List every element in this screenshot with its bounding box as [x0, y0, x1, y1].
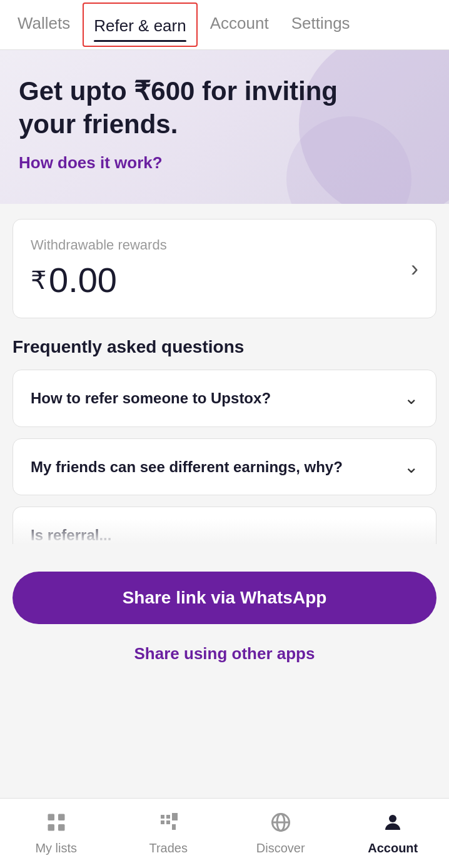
svg-rect-3 [58, 824, 65, 831]
bottom-nav-account[interactable]: Account [337, 799, 450, 868]
svg-rect-1 [58, 814, 65, 821]
bottom-nav-discover-label: Discover [256, 841, 305, 855]
nav-item-settings[interactable]: Settings [280, 0, 361, 49]
rewards-info: Withdrawable rewards ₹ 0.00 [31, 237, 167, 300]
faq-question-1: My friends can see different earnings, w… [31, 457, 404, 478]
nav-item-refer-earn[interactable]: Refer & earn [83, 3, 197, 47]
faq-question-0: How to refer someone to Upstox? [31, 388, 404, 409]
bottom-nav-my-lists-label: My lists [35, 841, 77, 855]
bottom-nav-trades-label: Trades [149, 841, 188, 855]
how-does-it-work-link[interactable]: How does it work? [19, 153, 163, 173]
faq-chevron-0-icon: ⌄ [404, 388, 418, 408]
faq-item-2-partial[interactable]: Is referral... [13, 507, 436, 544]
bottom-nav-my-lists[interactable]: My lists [0, 799, 113, 868]
faq-section-title: Frequently asked questions [13, 337, 436, 357]
currency-symbol: ₹ [31, 266, 46, 295]
hero-title: Get upto ₹600 for inviting your friends. [19, 75, 381, 141]
rewards-amount: ₹ 0.00 [31, 260, 167, 300]
bottom-actions: Share link via WhatsApp Share using othe… [0, 559, 449, 684]
nav-item-wallets[interactable]: Wallets [6, 0, 81, 49]
svg-rect-2 [48, 824, 54, 831]
bottom-navigation: My lists Trades Discover Account [0, 798, 449, 868]
top-navigation: Wallets Refer & earn Account Settings [0, 0, 449, 50]
bottom-nav-discover[interactable]: Discover [224, 799, 337, 868]
rewards-value: 0.00 [49, 260, 117, 300]
my-lists-icon [43, 809, 70, 836]
main-content: Withdrawable rewards ₹ 0.00 › Frequently… [0, 204, 449, 559]
faq-item-1[interactable]: My friends can see different earnings, w… [13, 438, 436, 496]
nav-item-account[interactable]: Account [199, 0, 280, 49]
svg-point-7 [389, 815, 396, 822]
trades-icon [154, 809, 182, 836]
share-whatsapp-button[interactable]: Share link via WhatsApp [13, 572, 436, 624]
bottom-nav-trades[interactable]: Trades [113, 799, 225, 868]
faq-chevron-1-icon: ⌄ [404, 457, 418, 477]
discover-icon [267, 809, 295, 836]
faq-item-0[interactable]: How to refer someone to Upstox? ⌄ [13, 370, 436, 427]
rewards-chevron-icon[interactable]: › [411, 256, 418, 282]
faq-question-2-partial: Is referral... [31, 525, 418, 544]
bottom-nav-account-label: Account [368, 841, 418, 855]
faq-section: Frequently asked questions How to refer … [13, 337, 436, 544]
hero-banner: Get upto ₹600 for inviting your friends.… [0, 50, 449, 204]
rewards-card[interactable]: Withdrawable rewards ₹ 0.00 › [13, 219, 436, 318]
svg-rect-0 [48, 814, 54, 821]
account-icon [379, 809, 406, 836]
rewards-label: Withdrawable rewards [31, 237, 167, 253]
share-other-apps-button[interactable]: Share using other apps [13, 634, 436, 674]
